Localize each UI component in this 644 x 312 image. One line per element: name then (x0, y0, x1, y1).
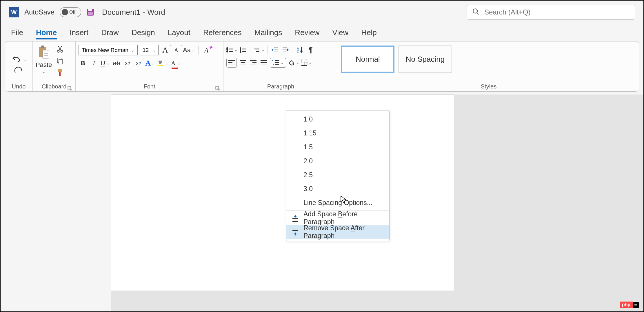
spacing-option-1-5[interactable]: 1.5 (286, 140, 389, 154)
spacing-option-2-5[interactable]: 2.5 (286, 168, 389, 182)
font-name-selector[interactable]: Times New Roman⌄ (79, 45, 138, 55)
group-styles: Normal No Spacing Styles (338, 41, 639, 91)
svg-text:2: 2 (240, 49, 241, 51)
change-case-button[interactable]: Aa⌄ (183, 45, 195, 55)
spacing-option-1-0[interactable]: 1.0 (286, 112, 389, 126)
tab-layout[interactable]: Layout (168, 28, 190, 39)
spacing-option-2-0[interactable]: 2.0 (286, 154, 389, 168)
tab-view[interactable]: View (332, 28, 348, 39)
group-label-clipboard: Clipboard (36, 83, 72, 91)
search-input[interactable] (484, 8, 630, 16)
text-effects-button[interactable]: A⌄ (145, 58, 155, 68)
chevron-down-icon[interactable]: ⌄ (42, 69, 46, 74)
align-left-button[interactable] (226, 58, 237, 68)
tab-home[interactable]: Home (36, 28, 57, 39)
cut-button[interactable] (57, 46, 63, 54)
paste-label: Paste (36, 61, 52, 69)
shrink-font-button[interactable]: Aˇ (172, 45, 181, 55)
ribbon: ⌄ Undo Paste ⌄ Clipboard (5, 41, 639, 92)
svg-marker-76 (341, 196, 346, 203)
svg-rect-2 (88, 12, 93, 15)
group-label-font: Font (79, 83, 220, 91)
tab-file[interactable]: File (11, 28, 23, 39)
clipboard-icon (37, 45, 50, 60)
show-paragraph-marks-button[interactable]: ¶ (306, 45, 315, 55)
decrease-indent-button[interactable] (271, 45, 279, 55)
group-paragraph: ⌄ 123⌄ ⌄ AZ ¶ ⌄ ⌄ ⌄ Paragraph (223, 41, 338, 91)
remove-space-after-paragraph[interactable]: Remove Space After Paragraph (286, 225, 389, 239)
borders-button[interactable]: ⌄ (301, 58, 312, 68)
tab-design[interactable]: Design (132, 28, 155, 39)
spacing-option-3-0[interactable]: 3.0 (286, 182, 389, 196)
svg-point-3 (473, 9, 477, 13)
highlight-button[interactable]: ⌄ (157, 58, 169, 68)
svg-line-20 (69, 88, 72, 90)
svg-rect-1 (88, 9, 92, 11)
svg-text:1: 1 (240, 47, 241, 49)
svg-point-13 (57, 50, 59, 52)
ribbon-tabs: File Home Insert Draw Design Layout Refe… (1, 24, 643, 39)
svg-text:Z: Z (297, 50, 299, 53)
tab-draw[interactable]: Draw (101, 28, 119, 39)
justify-button[interactable] (259, 58, 268, 68)
copy-button[interactable] (57, 57, 63, 66)
undo-button[interactable]: ⌄ (11, 56, 26, 64)
add-space-before-paragraph[interactable]: Add Space Before Paragraph (286, 211, 389, 225)
align-center-button[interactable] (239, 58, 247, 68)
paste-button[interactable]: Paste ⌄ (36, 44, 52, 74)
bullets-button[interactable]: ⌄ (226, 45, 238, 55)
clear-formatting-button[interactable]: A◆ (202, 45, 211, 55)
spacing-option-1-15[interactable]: 1.15 (286, 126, 389, 140)
line-spacing-dropdown: 1.0 1.15 1.5 2.0 2.5 3.0 Line Spacing Op… (286, 110, 390, 241)
bold-button[interactable]: B (79, 58, 87, 68)
tab-review[interactable]: Review (295, 28, 319, 39)
search-box[interactable] (467, 5, 635, 20)
autosave-state: Off (69, 10, 75, 15)
tab-help[interactable]: Help (361, 28, 376, 39)
search-icon (472, 8, 480, 17)
group-label-styles: Styles (341, 83, 636, 91)
svg-rect-17 (58, 69, 62, 72)
style-normal[interactable]: Normal (341, 46, 394, 73)
strikethrough-button[interactable]: ab (112, 58, 121, 68)
autosave-toggle[interactable]: Off (60, 7, 81, 17)
cn-label: ═ (633, 302, 639, 308)
document-page[interactable] (111, 95, 454, 291)
sort-button[interactable]: AZ (296, 45, 305, 55)
multilevel-list-button[interactable]: ⌄ (253, 45, 265, 55)
svg-rect-7 (43, 50, 49, 58)
redo-button[interactable] (14, 67, 24, 75)
italic-button[interactable]: I (90, 58, 98, 68)
add-space-before-label: Add Space Before Paragraph (303, 210, 382, 226)
format-painter-button[interactable] (57, 69, 63, 77)
font-color-button[interactable]: A⌄ (171, 58, 181, 68)
svg-rect-16 (59, 59, 63, 64)
svg-point-28 (227, 51, 228, 52)
superscript-button[interactable]: x2 (134, 58, 143, 68)
increase-indent-button[interactable] (281, 45, 290, 55)
document-title: Document1 - Word (102, 8, 165, 17)
numbering-button[interactable]: 123⌄ (240, 45, 251, 55)
tab-insert[interactable]: Insert (70, 28, 88, 39)
php-label: php (620, 302, 633, 308)
line-spacing-options[interactable]: Line Spacing Options... (286, 196, 389, 210)
remove-space-after-icon (291, 228, 299, 236)
save-icon[interactable] (86, 8, 94, 16)
tab-references[interactable]: References (203, 28, 242, 39)
subscript-button[interactable]: x2 (123, 58, 132, 68)
line-spacing-button[interactable]: ⌄ (270, 58, 286, 68)
underline-button[interactable]: U⌄ (101, 58, 110, 68)
style-no-spacing[interactable]: No Spacing (399, 46, 452, 73)
autosave-label: AutoSave (24, 8, 54, 16)
svg-rect-18 (59, 72, 61, 76)
align-right-button[interactable] (249, 58, 258, 68)
shading-button[interactable]: ⌄ (288, 58, 299, 68)
tab-mailings[interactable]: Mailings (254, 28, 282, 39)
group-undo: ⌄ Undo (5, 41, 33, 91)
toggle-knob (62, 9, 68, 15)
svg-rect-21 (158, 65, 163, 66)
dialog-launcher-icon[interactable] (67, 86, 72, 91)
grow-font-button[interactable]: Aˆ (161, 45, 170, 55)
font-size-selector[interactable]: 12⌄ (140, 45, 159, 55)
dialog-launcher-icon[interactable] (215, 86, 220, 91)
